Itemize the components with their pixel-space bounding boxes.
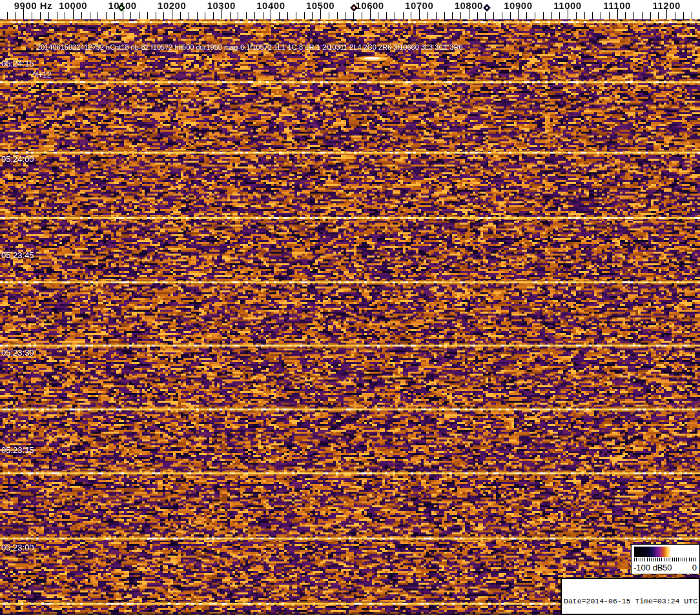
ruler-tick	[197, 12, 198, 19]
ruler-tick	[692, 12, 692, 19]
time-tick-label: 05:23:00	[1, 543, 34, 552]
colorbar-tick	[674, 558, 675, 561]
colorbar-tick	[655, 558, 656, 561]
ruler-tick	[510, 12, 511, 19]
ruler-tick	[592, 12, 593, 19]
ruler-tick	[90, 12, 90, 19]
info-line-date: Date=2014-06-15 Time=03:24 UTC	[564, 597, 697, 605]
ruler-tick	[296, 12, 296, 19]
ruler-tick	[559, 12, 560, 19]
ruler-tick	[32, 12, 32, 19]
ruler-tick	[15, 12, 16, 19]
colorbar-tick	[693, 558, 694, 561]
frequency-marker-blue-icon[interactable]	[484, 4, 491, 11]
ruler-tick	[48, 12, 49, 19]
ruler-tick	[543, 12, 544, 19]
ruler-tick	[485, 12, 486, 19]
freq-tick-label: 10900	[504, 0, 532, 11]
ruler-tick	[460, 12, 461, 19]
time-tick-label: 05:24:15	[1, 59, 34, 68]
ruler-tick	[106, 12, 107, 19]
ruler-tick	[650, 12, 651, 19]
ruler-tick	[40, 12, 41, 19]
colorbar-tick	[634, 558, 635, 561]
ruler-tick	[403, 12, 404, 19]
ruler-tick	[427, 12, 428, 19]
ruler-tick	[526, 12, 527, 19]
freq-tick-label: 10000	[59, 0, 87, 11]
colorbar-tick	[681, 558, 681, 561]
ruler-tick	[551, 12, 552, 19]
meteor-spectrogram-window: 9900 Hz100001010010200103001040010500106…	[0, 0, 700, 615]
ruler-tick	[130, 12, 131, 19]
ruler-tick	[279, 12, 280, 19]
colorbar-tick	[649, 558, 650, 561]
ruler-tick	[436, 12, 437, 19]
ruler-tick	[57, 12, 57, 19]
frequency-ruler: 9900 Hz100001010010200103001040010500106…	[0, 0, 700, 19]
ruler-tick	[156, 12, 156, 19]
colorbar-tick	[661, 558, 662, 561]
freq-tick-label: 10700	[405, 0, 433, 11]
colorbar-tick	[647, 558, 648, 561]
colorbar-tick	[653, 558, 654, 561]
ruler-tick	[378, 12, 378, 19]
ruler-tick	[189, 12, 189, 19]
cursor-time-label: ^t+12	[32, 70, 51, 79]
colorbar-ticks	[634, 558, 696, 562]
ruler-tick	[312, 12, 313, 19]
colorbar-tick	[644, 558, 645, 561]
colorbar-tick	[670, 558, 670, 561]
freq-tick-label: 10200	[158, 0, 186, 11]
ruler-tick	[353, 12, 354, 19]
freq-tick-label: 11000	[553, 0, 581, 11]
ruler-tick	[675, 12, 675, 19]
detection-annotation: 20140615032412752 hCnt18 nb-82 f10572 hi…	[37, 43, 463, 51]
colorbar-tick	[657, 558, 658, 561]
colorbar-tick	[683, 558, 683, 561]
colorbar-tick	[651, 558, 652, 561]
colorbar-tick	[672, 558, 673, 561]
ruler-tick	[477, 12, 478, 19]
ruler-tick	[287, 12, 288, 19]
ruler-tick	[147, 12, 148, 19]
ruler-tick	[139, 12, 139, 19]
ruler-tick	[329, 12, 329, 19]
freq-tick-label: 10300	[207, 0, 236, 11]
ruler-tick	[452, 12, 453, 19]
colorbar-label-max: 0	[692, 563, 697, 572]
freq-tick-label: 10600	[355, 0, 384, 11]
colorbar-tick	[691, 558, 692, 561]
ruler-tick	[601, 12, 601, 19]
colorbar-tick	[639, 558, 639, 561]
ruler-tick	[65, 12, 65, 19]
ruler-tick	[205, 12, 205, 19]
colorbar-tick	[659, 558, 660, 561]
marker-center-dot	[119, 6, 122, 9]
colorbar-tick	[676, 558, 677, 561]
ruler-tick	[609, 12, 610, 19]
colorbar-tick	[689, 558, 690, 561]
ruler-tick	[246, 12, 247, 19]
ruler-tick	[625, 12, 626, 19]
ruler-tick	[576, 12, 577, 19]
observation-info-box: Date=2014-06-15 Time=03:24 UTC Freq=143 …	[561, 578, 700, 615]
ruler-tick	[81, 12, 82, 19]
time-tick-label: 05:23:30	[1, 348, 34, 358]
ruler-tick	[337, 12, 338, 19]
colorbar-tick	[668, 558, 668, 561]
ruler-tick	[658, 12, 659, 19]
ruler-tick	[7, 12, 8, 19]
ruler-tick	[502, 12, 502, 19]
colorbar-tick	[695, 558, 695, 561]
colorbar-gradient	[634, 547, 696, 557]
ruler-tick	[238, 12, 238, 19]
ruler-tick	[411, 12, 411, 19]
ruler-tick	[386, 12, 387, 19]
colorbar-label-min: -100 dB	[633, 563, 663, 572]
spectrogram-area: 20140615032412752 hCnt18 nb-82 f10572 hi…	[0, 19, 700, 615]
colorbar-label-mid: -50	[660, 563, 672, 572]
colorbar-tick	[678, 558, 679, 561]
ruler-tick	[98, 12, 98, 19]
ruler-tick	[304, 12, 305, 19]
